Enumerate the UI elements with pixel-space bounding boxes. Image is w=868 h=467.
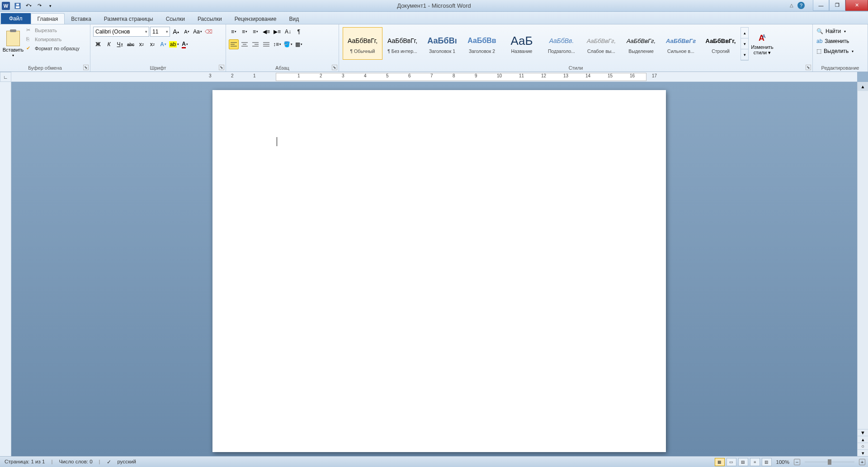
style-слабое-вы---[interactable]: АаБбВвГг,Слабое вы...	[581, 27, 621, 60]
style-название[interactable]: АаБНазвание	[502, 27, 542, 60]
shading-button[interactable]: 🪣	[283, 39, 293, 49]
zoom-in-button[interactable]: +	[859, 459, 865, 465]
save-button[interactable]	[13, 1, 23, 11]
prev-page-button[interactable]: ▴	[858, 436, 868, 443]
change-styles-button[interactable]: AAИзменитьстили ▾	[749, 27, 776, 61]
scroll-track[interactable]	[858, 91, 868, 429]
bold-button[interactable]: Ж	[93, 39, 103, 49]
tab-insert[interactable]: Вставка	[65, 14, 98, 24]
group-label-editing: Редактирование	[813, 65, 868, 71]
numbering-button[interactable]: ≡	[240, 27, 250, 37]
undo-button[interactable]: ↶▾	[24, 1, 33, 11]
status-page[interactable]: Страница: 1 из 1	[5, 459, 45, 465]
strikethrough-button[interactable]: abc	[126, 39, 136, 49]
status-words[interactable]: Число слов: 0	[59, 459, 92, 465]
qat-customize-button[interactable]: ▾	[45, 1, 55, 11]
paste-button[interactable]: Вставить ▾	[3, 26, 24, 62]
bullets-button[interactable]: ≡	[229, 27, 239, 37]
borders-button[interactable]: ▦	[294, 39, 304, 49]
next-page-button[interactable]: ▾	[858, 449, 868, 456]
clear-formatting-button[interactable]: ⌫	[203, 27, 213, 37]
tab-page-layout[interactable]: Разметка страницы	[98, 14, 160, 24]
change-case-button[interactable]: Aa	[193, 27, 203, 37]
font-size-combo[interactable]: 11	[150, 27, 170, 37]
style---обычный[interactable]: АаБбВвГг,¶ Обычный	[343, 27, 382, 60]
document-area[interactable]	[11, 82, 857, 456]
view-full-screen[interactable]: ▭	[726, 458, 736, 466]
status-language[interactable]: русский	[118, 459, 136, 465]
clipboard-dialog-launcher[interactable]: ⬊	[83, 65, 89, 70]
zoom-level[interactable]: 100%	[776, 459, 789, 465]
zoom-out-button[interactable]: −	[794, 459, 800, 465]
tab-home[interactable]: Главная	[31, 13, 65, 24]
zoom-slider[interactable]	[805, 461, 854, 463]
gallery-more[interactable]: ▾	[741, 49, 748, 60]
format-painter-button[interactable]: ✔Формат по образцу	[26, 44, 80, 52]
increase-indent-button[interactable]: ▶≡	[272, 27, 282, 37]
multilevel-button[interactable]: ≡	[250, 27, 260, 37]
subscript-button[interactable]: x2	[137, 39, 146, 49]
line-spacing-button[interactable]: ↕≡	[272, 39, 282, 49]
align-left-button[interactable]	[229, 39, 239, 49]
view-web-layout[interactable]: ▤	[738, 458, 748, 466]
horizontal-ruler[interactable]	[11, 72, 857, 82]
align-right-button[interactable]	[250, 39, 260, 49]
gallery-up[interactable]: ▴	[741, 28, 748, 38]
copy-button[interactable]: ⎘Копировать	[26, 35, 80, 43]
view-draft[interactable]: ▥	[762, 458, 772, 466]
align-center-button[interactable]	[240, 39, 250, 49]
find-button[interactable]: 🔍Найти▾	[816, 26, 864, 36]
style-сильное-в---[interactable]: АаБбВвГгСильное в...	[661, 27, 701, 60]
style-строгий[interactable]: АаБбВвГг,Строгий	[701, 27, 741, 60]
gallery-scroll[interactable]: ▴▾▾	[741, 27, 749, 61]
group-styles: АаБбВвГг,¶ ОбычныйАаБбВвГг,¶ Без интер..…	[339, 24, 813, 71]
minimize-button[interactable]: —	[813, 0, 829, 11]
page[interactable]	[212, 90, 666, 452]
font-name-combo[interactable]: Calibri (Основ	[93, 27, 149, 37]
status-proofing-icon[interactable]: ✓	[107, 459, 111, 465]
replace-button[interactable]: abЗаменить	[816, 36, 864, 46]
zoom-slider-thumb[interactable]	[828, 459, 831, 465]
tab-selector[interactable]: ∟	[0, 72, 11, 82]
shrink-font-button[interactable]: A▾	[182, 27, 192, 37]
paragraph-dialog-launcher[interactable]: ⬊	[332, 65, 337, 70]
justify-button[interactable]	[261, 39, 271, 49]
tab-review[interactable]: Рецензирование	[228, 14, 283, 24]
font-color-button[interactable]: A	[180, 39, 190, 49]
font-dialog-launcher[interactable]: ⬊	[219, 65, 224, 70]
style---без-интер---[interactable]: АаБбВвГг,¶ Без интер...	[382, 27, 422, 60]
close-button[interactable]: ✕	[845, 0, 868, 11]
vertical-scrollbar[interactable]: ▲ ▼ ▴ ○ ▾	[857, 82, 868, 456]
underline-button[interactable]: Ч	[115, 39, 125, 49]
help-button[interactable]: ?	[797, 2, 805, 9]
redo-button[interactable]: ↷	[34, 1, 44, 11]
highlight-button[interactable]: ab	[169, 39, 179, 49]
style-выделение[interactable]: АаБбВвГг,Выделение	[621, 27, 661, 60]
cut-button[interactable]: ✂Вырезать	[26, 26, 80, 34]
view-print-layout[interactable]: ▦	[715, 458, 725, 466]
italic-button[interactable]: К	[104, 39, 114, 49]
style-заголовок-1[interactable]: АаБбВıЗаголовок 1	[422, 27, 462, 60]
tab-mailings[interactable]: Рассылки	[191, 14, 228, 24]
style-подзаголо---[interactable]: АаБбВв.Подзаголо...	[542, 27, 581, 60]
browse-object-button[interactable]: ○	[858, 443, 868, 449]
tab-file[interactable]: Файл	[1, 13, 31, 24]
superscript-button[interactable]: x2	[147, 39, 157, 49]
sort-button[interactable]: A↓	[283, 27, 293, 37]
minimize-ribbon-button[interactable]: △	[790, 3, 793, 8]
decrease-indent-button[interactable]: ◀≡	[261, 27, 271, 37]
grow-font-button[interactable]: A▴	[171, 27, 181, 37]
scroll-down-button[interactable]: ▼	[858, 429, 868, 436]
scroll-up-button[interactable]: ▲	[858, 82, 868, 91]
tab-references[interactable]: Ссылки	[160, 14, 191, 24]
show-marks-button[interactable]: ¶	[294, 27, 304, 37]
vertical-ruler[interactable]	[0, 82, 11, 456]
view-outline[interactable]: ≡	[750, 458, 760, 466]
select-button[interactable]: ⬚Выделить▾	[816, 46, 864, 56]
text-effects-button[interactable]: A	[158, 39, 168, 49]
style-заголовок-2[interactable]: АаБбВвЗаголовок 2	[462, 27, 502, 60]
styles-dialog-launcher[interactable]: ⬊	[806, 65, 811, 70]
gallery-down[interactable]: ▾	[741, 38, 748, 49]
tab-view[interactable]: Вид	[283, 14, 305, 24]
maximize-button[interactable]: ❐	[829, 0, 845, 11]
